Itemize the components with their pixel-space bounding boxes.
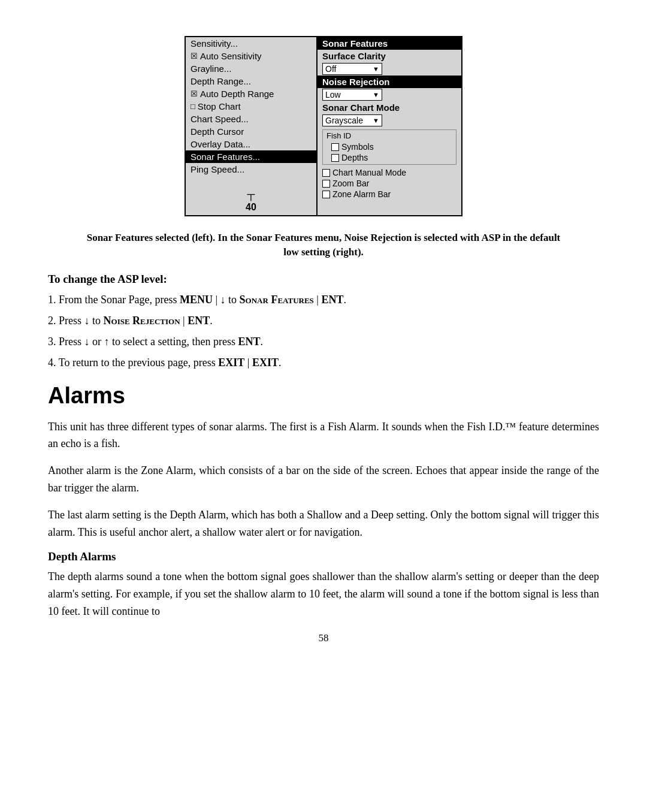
depth-alarms-text: The depth alarms sound a tone when the b…	[48, 568, 599, 620]
fish-id-symbols-label: Symbols	[341, 142, 374, 152]
zone-alarm-bar-checkbox[interactable]	[322, 191, 330, 198]
step-4: 4. To return to the previous page, press…	[48, 355, 599, 371]
menu-panels: Sensitivity... ☒ Auto Sensitivity Grayli…	[185, 36, 462, 216]
surface-clarity-dropdown[interactable]: Off ▼	[322, 63, 382, 75]
fish-id-depths-row: Depths	[326, 152, 452, 163]
step1-menu-bold: MENU	[180, 294, 213, 306]
zone-alarm-bar-row: Zone Alarm Bar	[318, 189, 461, 203]
surface-clarity-dropdown-row: Off ▼	[318, 62, 461, 76]
instructions-section: To change the ASP level: 1. From the Son…	[48, 273, 599, 371]
chart-manual-mode-label: Chart Manual Mode	[332, 168, 406, 177]
ui-screenshot-area: Sensitivity... ☒ Auto Sensitivity Grayli…	[48, 36, 599, 216]
sonar-chart-mode-label: Sonar Chart Mode	[318, 101, 461, 114]
noise-rejection-dropdown-row: Low ▼	[318, 88, 461, 101]
zoom-bar-row: Zoom Bar	[318, 178, 461, 189]
noise-rejection-label: Noise Rejection	[318, 76, 461, 88]
depth-line: ┬	[186, 176, 316, 200]
step1-ent-bold: ENT	[321, 294, 343, 306]
sonar-chart-mode-dropdown-row: Grayscale ▼	[318, 114, 461, 127]
step-1: 1. From the Sonar Page, press MENU | ↓ t…	[48, 292, 599, 308]
noise-rejection-arrow: ▼	[373, 91, 379, 98]
menu-item-sonar-features[interactable]: Sonar Features...	[186, 150, 316, 163]
alarms-paragraph-2: Another alarm is the Zone Alarm, which c…	[48, 462, 599, 497]
fish-id-symbols-checkbox[interactable]	[331, 143, 339, 151]
surface-clarity-arrow: ▼	[373, 65, 379, 73]
fish-id-depths-checkbox[interactable]	[331, 154, 339, 162]
sonar-chart-mode-arrow: ▼	[373, 117, 379, 124]
instructions-heading: To change the ASP level:	[48, 273, 599, 286]
alarms-section: Alarms This unit has three different typ…	[48, 383, 599, 620]
chart-manual-mode-row: Chart Manual Mode	[318, 167, 461, 178]
alarms-title: Alarms	[48, 383, 599, 409]
surface-clarity-value: Off	[325, 64, 336, 74]
step4-exit2-bold: EXIT	[252, 357, 279, 369]
sonar-features-header: Sonar Features	[318, 37, 461, 50]
zone-alarm-bar-label: Zone Alarm Bar	[332, 189, 391, 199]
step3-ent-bold: ENT	[238, 336, 260, 348]
menu-item-depth-range[interactable]: Depth Range...	[186, 75, 316, 87]
menu-item-stop-chart[interactable]: □ Stop Chart	[186, 100, 316, 113]
caption-text: Sonar Features selected (left). In the S…	[87, 232, 561, 258]
step1-sonar-features-smallcaps: Sonar Features	[240, 294, 314, 306]
surface-clarity-label: Surface Clarity	[318, 50, 461, 62]
caption: Sonar Features selected (left). In the S…	[78, 231, 569, 259]
right-panel: Sonar Features Surface Clarity Off ▼ Noi…	[318, 37, 461, 215]
menu-item-sensitivity[interactable]: Sensitivity...	[186, 37, 316, 50]
menu-item-auto-sensitivity[interactable]: ☒ Auto Sensitivity	[186, 50, 316, 62]
depth-number: 40	[246, 202, 256, 212]
noise-rejection-value: Low	[325, 90, 341, 99]
menu-item-ping-speed[interactable]: Ping Speed...	[186, 163, 316, 176]
page-number: 58	[48, 632, 599, 644]
depth-alarms-subsection: Depth Alarms The depth alarms sound a to…	[48, 550, 599, 620]
checkbox-auto-depth-range: ☒	[191, 89, 198, 98]
step2-noise-rejection-smallcaps: Noise Rejection	[104, 315, 180, 327]
menu-item-grayline[interactable]: Grayline...	[186, 62, 316, 75]
checkbox-auto-sensitivity: ☒	[191, 52, 198, 61]
zoom-bar-checkbox[interactable]	[322, 180, 330, 188]
step2-ent-bold: ENT	[188, 315, 210, 327]
zoom-bar-label: Zoom Bar	[332, 179, 369, 188]
fish-id-title: Fish ID	[326, 131, 452, 140]
sonar-chart-mode-dropdown[interactable]: Grayscale ▼	[322, 114, 382, 126]
left-panel: Sensitivity... ☒ Auto Sensitivity Grayli…	[186, 37, 318, 215]
fish-id-group: Fish ID Symbols Depths	[322, 129, 456, 165]
step-3: 3. Press ↓ or ↑ to select a setting, the…	[48, 334, 599, 350]
menu-item-depth-cursor[interactable]: Depth Cursor	[186, 125, 316, 138]
alarms-paragraph-3: The last alarm setting is the Depth Alar…	[48, 506, 599, 541]
menu-item-chart-speed[interactable]: Chart Speed...	[186, 113, 316, 125]
depth-indicator: 40	[186, 200, 316, 215]
fish-id-symbols-row: Symbols	[326, 141, 452, 152]
menu-item-auto-depth-range[interactable]: ☒ Auto Depth Range	[186, 87, 316, 100]
instructions-list: 1. From the Sonar Page, press MENU | ↓ t…	[48, 292, 599, 371]
fish-id-depths-label: Depths	[341, 153, 368, 162]
noise-rejection-dropdown[interactable]: Low ▼	[322, 89, 382, 101]
step4-exit1-bold: EXIT	[218, 357, 244, 369]
sonar-chart-mode-value: Grayscale	[325, 116, 363, 125]
alarms-paragraph-1: This unit has three different types of s…	[48, 418, 599, 453]
checkbox-stop-chart: □	[191, 102, 195, 111]
step-2: 2. Press ↓ to Noise Rejection | ENT.	[48, 313, 599, 329]
chart-manual-mode-checkbox[interactable]	[322, 169, 330, 177]
depth-alarms-subtitle: Depth Alarms	[48, 550, 599, 563]
menu-item-overlay-data[interactable]: Overlay Data...	[186, 138, 316, 150]
